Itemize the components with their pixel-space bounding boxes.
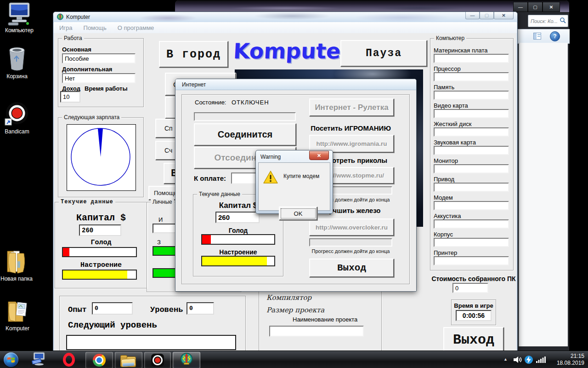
desktop-icon-recycle-bin[interactable]: Корзина xyxy=(0,46,36,80)
dialog-capital-field[interactable] xyxy=(215,212,260,223)
compiler-group: Компилятор Размер проекта Наименование п… xyxy=(259,291,382,351)
explorer-titlebar xyxy=(175,0,569,12)
tray-expand-icon[interactable]: ▲ xyxy=(503,357,508,362)
taskbar: ▲ 21:15 18.08.2019 xyxy=(0,351,588,368)
current-data-group: Текучие данные Капитал $ Голод Настроени… xyxy=(55,202,147,288)
desktop-icon-computer[interactable]: Компьютер xyxy=(0,2,39,34)
partial-button-4-label: Сч xyxy=(164,147,172,154)
explorer-close-button[interactable]: ✕ xyxy=(543,2,560,12)
close-button[interactable]: ✕ xyxy=(494,12,514,19)
part-field-printer[interactable] xyxy=(434,256,509,265)
taskbar-explorer[interactable] xyxy=(115,352,142,368)
explorer-search-box[interactable] xyxy=(528,15,568,27)
warning-close-button[interactable]: ✕ xyxy=(309,151,329,160)
taskbar-clock[interactable]: 21:15 18.08.2019 xyxy=(547,353,584,367)
taskbar-komputer[interactable] xyxy=(173,352,200,368)
main-job-label: Основная xyxy=(62,46,91,53)
menu-about[interactable]: О программе xyxy=(112,24,160,31)
part-field-gpu[interactable] xyxy=(434,109,509,118)
desktop-icon-new-folder[interactable]: Новая папка xyxy=(0,247,36,282)
folder-icon xyxy=(4,247,29,274)
maximize-button[interactable]: ▢ xyxy=(480,12,494,19)
current-data-caption: Текучие данные xyxy=(59,199,115,205)
pause-button[interactable]: Пауза xyxy=(340,40,427,67)
exit-button[interactable]: Выход xyxy=(443,327,504,351)
search-icon[interactable] xyxy=(560,17,566,25)
compiler-label: Компилятор xyxy=(266,293,311,302)
dialog-hunger-bar-fill xyxy=(202,235,211,244)
warning-message: Купите модем xyxy=(283,173,319,179)
volume-icon[interactable] xyxy=(513,356,522,365)
warning-body: Купите модем OK xyxy=(258,162,330,211)
help-icon[interactable]: ? xyxy=(550,31,560,41)
hunger-bar-fill xyxy=(63,248,69,256)
search-input[interactable] xyxy=(528,18,559,24)
computer-group: Компьютер Материнская плата Прцессор Пам… xyxy=(430,38,514,270)
taskbar-opera[interactable] xyxy=(57,352,81,368)
part-label-cpu: Прцессор xyxy=(434,65,461,72)
level-field[interactable] xyxy=(187,302,214,315)
network-icon[interactable] xyxy=(536,356,546,365)
chrome-icon xyxy=(93,354,106,367)
part-field-hdd[interactable] xyxy=(434,127,509,137)
income-field[interactable] xyxy=(60,91,80,103)
igromania-label: Посетить ИГРОМАНИЮ xyxy=(309,124,392,132)
main-job-field[interactable] xyxy=(62,53,136,63)
explorer-maximize-button[interactable]: ▢ xyxy=(528,2,543,12)
clock-date: 18.08.2019 xyxy=(547,360,584,367)
desktop-icon-bandicam[interactable]: Bandicam xyxy=(0,101,36,135)
recycle-bin-icon xyxy=(7,46,27,72)
komputer-taskbar-icon xyxy=(180,352,193,368)
part-field-modem[interactable] xyxy=(434,201,509,210)
capital-field[interactable] xyxy=(79,224,121,236)
project-name-field[interactable] xyxy=(269,326,364,337)
part-field-cpu[interactable] xyxy=(434,72,509,81)
taskbar-chrome[interactable] xyxy=(85,352,113,368)
part-label-modem: Модем xyxy=(434,194,453,201)
layout-icon[interactable] xyxy=(533,33,541,41)
desktop-icon-label: Корзина xyxy=(0,73,36,80)
to-city-button[interactable]: В город xyxy=(159,41,228,68)
part-field-monitor[interactable] xyxy=(434,164,509,173)
exp-field[interactable] xyxy=(92,302,133,315)
start-button[interactable] xyxy=(2,352,20,368)
pc-cost-field[interactable] xyxy=(452,283,488,293)
desktop-icon-komputer-folder[interactable]: Komputer xyxy=(0,298,37,332)
explorer-minimize-button[interactable]: — xyxy=(513,2,528,12)
part-field-ram[interactable] xyxy=(434,91,509,100)
part-label-gpu: Видео карта xyxy=(434,102,468,109)
game-logo: Komputer xyxy=(233,39,345,64)
desktop-icon-label: Komputer xyxy=(0,325,37,332)
part-label-hdd: Жесткий диск xyxy=(434,121,471,127)
komputer-titlebar[interactable]: Komputer — ▢ ✕ xyxy=(53,12,517,23)
thunderbolt-tray-icon[interactable] xyxy=(524,355,533,366)
dialog-mood-bar xyxy=(201,256,275,266)
part-field-motherboard[interactable] xyxy=(434,54,509,63)
dialog-exit-button[interactable]: Выход xyxy=(309,259,394,277)
part-field-sound[interactable] xyxy=(434,146,509,155)
connect-button[interactable]: Соединится xyxy=(194,123,296,146)
mood-bar-fill xyxy=(63,270,127,279)
minimize-button[interactable]: — xyxy=(465,12,480,19)
part-field-speakers[interactable] xyxy=(434,219,509,229)
roulette-button: Интернет - Рулетка xyxy=(309,98,394,116)
part-field-case[interactable] xyxy=(434,238,509,247)
on-screen-keyboard-icon xyxy=(31,352,47,368)
next-salary-group: Следующая зарплата xyxy=(58,117,144,197)
app-icon xyxy=(57,13,64,22)
next-salary-caption: Следующая зарплата xyxy=(62,114,121,121)
part-field-drive[interactable] xyxy=(434,183,509,192)
progress-note-2: Прогресс должен дойти до конца xyxy=(305,248,397,254)
menu-help[interactable]: Помощь xyxy=(78,24,112,31)
secondary-job-field[interactable] xyxy=(62,73,136,83)
dialog-exit-button-label: Выход xyxy=(337,263,366,273)
taskbar-onscreen-keyboard[interactable] xyxy=(28,352,50,368)
menu-game[interactable]: Игра xyxy=(54,24,78,31)
warning-ok-button[interactable]: OK xyxy=(279,207,317,220)
internet-dialog-titlebar[interactable]: Интернет xyxy=(175,79,416,90)
part-label-ram: Память xyxy=(434,84,454,91)
taskbar-bandicam[interactable] xyxy=(144,352,171,368)
part-label-case: Корпус xyxy=(434,231,453,238)
internet-dialog-title: Интернет xyxy=(182,81,206,88)
worktime-label: Время работы xyxy=(85,85,128,92)
